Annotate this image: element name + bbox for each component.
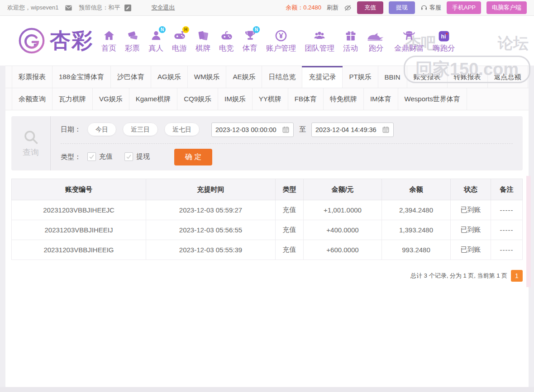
preset-last-3-days-button[interactable]: 近三日 (123, 123, 158, 136)
cell-balance: 1,393.2480 (382, 220, 451, 240)
brand-name: 杏彩 (50, 27, 93, 55)
type-filter-row: 类型： 充值提现 确 定 (61, 144, 513, 171)
main-card: 彩票报表188金宝博体育沙巴体育AG娱乐WM娱乐AE娱乐日结总览充提记录PT娱乐… (5, 66, 529, 387)
tab-row2-6[interactable]: YY棋牌 (253, 88, 288, 110)
tab-row2-1[interactable]: 瓦力棋牌 (52, 88, 93, 110)
nav-item-slots-gamepad[interactable]: H电游 (172, 28, 187, 53)
calendar-icon[interactable] (382, 126, 390, 133)
home-icon (103, 28, 115, 42)
tab-row2-3[interactable]: Kgame棋牌 (129, 88, 178, 110)
svg-text:hi: hi (441, 33, 446, 39)
date-from-value: 2023-12-03 00:00:00 (215, 126, 277, 133)
headset-icon (420, 4, 428, 11)
tab-row2-7[interactable]: FB体育 (288, 88, 324, 110)
col-header-type: 类型 (276, 179, 304, 200)
tab-row1-12[interactable]: 返点总额 (488, 66, 528, 88)
tab-row1-10[interactable]: 账变报表 (407, 66, 448, 88)
withdraw-button[interactable]: 提现 (389, 1, 415, 14)
tab-row2-5[interactable]: IM娱乐 (218, 88, 253, 110)
nav-item-label: 跑分 (369, 43, 384, 53)
date-to-input[interactable]: 2023-12-04 14:49:36 (311, 123, 394, 137)
nav-item-label: 嗨跑分 (433, 43, 455, 53)
tab-row1-4[interactable]: WM娱乐 (188, 66, 227, 88)
nav-item-label: 金鼎财富 (394, 43, 424, 53)
watermark-right-text: 论坛 (498, 33, 529, 54)
tab-content: 查询 日期： 今日近三日近七日 2023-12-03 00:00:00 至 20… (5, 110, 529, 387)
tab-row2-10[interactable]: Wesports世界体育 (398, 88, 467, 110)
eye-off-icon[interactable] (344, 4, 352, 12)
preset-today-button[interactable]: 今日 (87, 123, 116, 136)
logout-link[interactable]: 安全退出 (151, 4, 175, 12)
nav-item-label: 真人 (148, 43, 163, 53)
tab-row1-6[interactable]: 日结总览 (262, 66, 302, 88)
reserved-message: 预留信息：和平 (79, 4, 120, 12)
tab-row1-8[interactable]: PT娱乐 (343, 66, 378, 88)
tab-row2-9[interactable]: IM体育 (364, 88, 398, 110)
tab-row1-7[interactable]: 充提记录 (302, 66, 343, 88)
nav-item-tripod[interactable]: 金鼎财富 (394, 28, 424, 53)
search-icon (23, 129, 39, 145)
filter-fields: 日期： 今日近三日近七日 2023-12-03 00:00:00 至 2023-… (51, 116, 523, 170)
table-row: 20231203VBBJIHEEIJ2023-12-03 05:56:55充值+… (12, 220, 523, 240)
nav-item-label: 棋牌 (195, 43, 210, 53)
edit-icon[interactable] (124, 5, 131, 11)
cell-id: 20231203VBBJIHEEIG (12, 240, 146, 260)
table-row: 20231203VBBJIHEEJC2023-12-03 05:59:27充值+… (12, 200, 523, 220)
date-presets: 今日近三日近七日 (87, 125, 206, 134)
cell-time: 2023-12-03 05:55:39 (146, 240, 276, 260)
customer-service-label: 客服 (429, 4, 441, 12)
cell-type: 充值 (276, 200, 304, 220)
nav-item-paofen-logo[interactable]: 跑分 (367, 28, 386, 53)
tab-row1-2[interactable]: 沙巴体育 (111, 66, 151, 88)
nav-item-coin[interactable]: 账户管理 (266, 28, 296, 53)
tab-row1-9[interactable]: BBIN (378, 66, 407, 88)
tab-row2-4[interactable]: CQ9娱乐 (177, 88, 218, 110)
nav-item-trophy[interactable]: N体育 (243, 28, 257, 53)
nav-item-esports-gamepad[interactable]: 电竞 (219, 28, 234, 53)
brand-logo[interactable]: 杏彩 (17, 26, 93, 55)
tab-row1-3[interactable]: AG娱乐 (151, 66, 188, 88)
tab-row2-2[interactable]: VG娱乐 (93, 88, 129, 110)
pc-client-button[interactable]: 电脑客户端 (486, 1, 527, 14)
cell-remark: ----- (491, 200, 523, 220)
team-icon (313, 28, 326, 42)
tab-row1-1[interactable]: 188金宝博体育 (52, 66, 111, 88)
col-header-status: 状态 (451, 179, 491, 200)
cell-status: 已到账 (451, 200, 491, 220)
page-1-button[interactable]: 1 (511, 270, 523, 282)
confirm-button[interactable]: 确 定 (174, 149, 212, 165)
cell-amount: +600.0000 (304, 240, 382, 260)
cell-remark: ----- (491, 240, 523, 260)
tab-row2-8[interactable]: 特免棋牌 (324, 88, 364, 110)
badge-n: N (253, 26, 260, 33)
gift-icon (344, 28, 357, 42)
customer-service-link[interactable]: 客服 (420, 4, 441, 12)
nav-item-gift[interactable]: 活动 (343, 28, 358, 53)
col-header-amount: 金额/元 (304, 179, 382, 200)
envelope-icon[interactable] (65, 5, 72, 11)
logo-icon (17, 26, 46, 55)
date-from-input[interactable]: 2023-12-03 00:00:00 (211, 123, 294, 137)
nav-item-hi-app[interactable]: hi嗨跑分 (433, 28, 455, 53)
nav-item-home[interactable]: 首页 (101, 28, 116, 53)
deposit-button[interactable]: 充值 (357, 1, 383, 14)
type-checkbox-deposit[interactable]: 充值 (87, 152, 113, 161)
cell-amount: +1,001.0000 (304, 200, 382, 220)
nav-item-team[interactable]: 团队管理 (305, 28, 334, 53)
nav-item-live-person[interactable]: N真人 (148, 28, 163, 53)
nav-item-lottery-ticket[interactable]: 彩票 (125, 28, 140, 53)
refresh-link[interactable]: 刷新 (327, 4, 339, 12)
type-checkbox-withdraw[interactable]: 提现 (124, 152, 150, 161)
date-to-value: 2023-12-04 14:49:36 (315, 126, 377, 133)
nav-item-cards[interactable]: 棋牌 (195, 28, 210, 53)
mobile-app-button[interactable]: 手机APP (447, 1, 481, 14)
tab-row1-0[interactable]: 彩票报表 (12, 66, 52, 88)
nav-item-label: 团队管理 (305, 43, 334, 53)
preset-last-7-days-button[interactable]: 近七日 (164, 123, 200, 136)
tab-row1-5[interactable]: AE娱乐 (226, 66, 262, 88)
main-nav: 首页彩票N真人H电游棋牌电竞N体育账户管理团队管理活动跑分金鼎财富hi嗨跑分 (101, 28, 455, 53)
tab-row2-0[interactable]: 余额查询 (12, 88, 52, 110)
calendar-icon[interactable] (282, 126, 290, 133)
query-section: 查询 (11, 116, 51, 170)
tab-row1-11[interactable]: 转账报表 (448, 66, 488, 88)
